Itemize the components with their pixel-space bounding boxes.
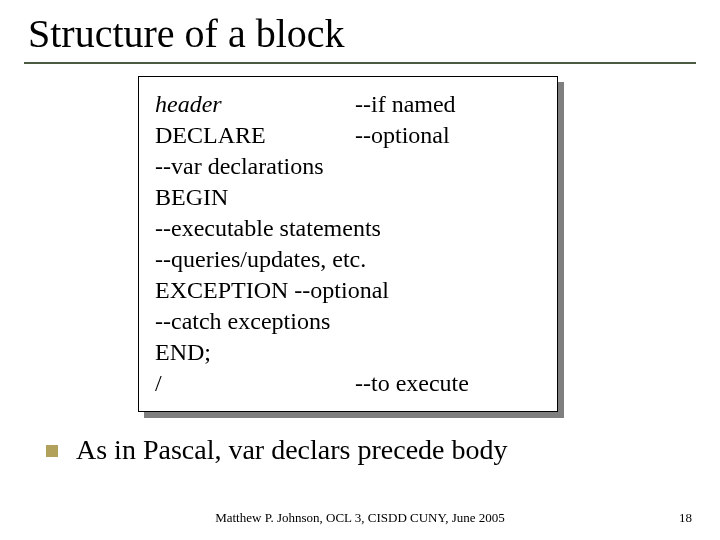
code-text: --if named xyxy=(355,89,543,120)
title-underline xyxy=(24,62,696,64)
code-box: header --if named DECLARE --optional --v… xyxy=(138,76,558,412)
bullet-icon xyxy=(46,445,58,457)
code-line: --queries/updates, etc. xyxy=(155,244,543,275)
code-line: DECLARE --optional xyxy=(155,120,543,151)
code-text: / xyxy=(155,368,355,399)
code-line: / --to execute xyxy=(155,368,543,399)
code-text: --optional xyxy=(355,120,543,151)
code-line: EXCEPTION --optional xyxy=(155,275,543,306)
slide-title: Structure of a block xyxy=(28,10,345,57)
footer-text: Matthew P. Johnson, OCL 3, CISDD CUNY, J… xyxy=(0,510,720,526)
code-line: END; xyxy=(155,337,543,368)
code-line: BEGIN xyxy=(155,182,543,213)
bullet-item: As in Pascal, var declars precede body xyxy=(46,434,690,466)
page-number: 18 xyxy=(679,510,692,526)
code-text: header xyxy=(155,89,355,120)
code-text: --to execute xyxy=(355,368,543,399)
slide: Structure of a block header --if named D… xyxy=(0,0,720,540)
code-line: --catch exceptions xyxy=(155,306,543,337)
code-line: header --if named xyxy=(155,89,543,120)
code-line: --var declarations xyxy=(155,151,543,182)
code-line: --executable statements xyxy=(155,213,543,244)
code-text: DECLARE xyxy=(155,120,355,151)
bullet-text: As in Pascal, var declars precede body xyxy=(76,434,508,466)
